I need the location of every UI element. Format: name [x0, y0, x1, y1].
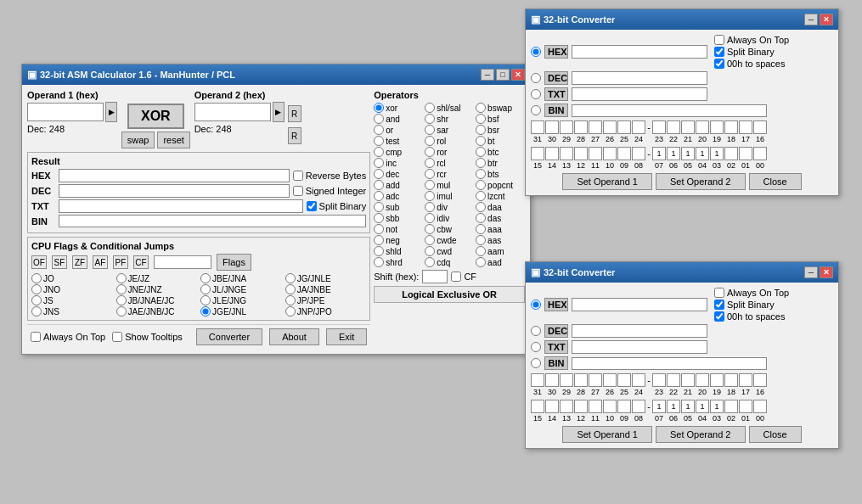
c2-bit-10[interactable] [603, 400, 617, 413]
conv1-dec-input[interactable]: 248 [572, 71, 707, 85]
op-bswap[interactable]: bswap [476, 103, 525, 113]
op-cbw[interactable]: cbw [425, 224, 474, 234]
always-on-top-label[interactable]: Always On Top [31, 332, 105, 342]
op-lzcnt[interactable]: lzcnt [476, 191, 525, 201]
conv1-bin-radio-label[interactable] [531, 105, 541, 115]
c2-bit-09[interactable] [617, 400, 631, 413]
jump-jpjpe[interactable]: JP/JPE [285, 295, 367, 305]
conv2-always-on-top-label[interactable]: Always On Top [714, 288, 789, 298]
c2-bit-01[interactable] [739, 400, 752, 413]
conv1-always-on-top-checkbox[interactable] [714, 35, 724, 45]
result-dec-input[interactable]: 0 [59, 184, 290, 198]
c2-bit-22[interactable] [667, 373, 680, 387]
bit-10[interactable] [603, 147, 617, 160]
bit-09[interactable] [617, 147, 631, 160]
op-xor[interactable]: xor [374, 103, 423, 113]
bit-24[interactable] [632, 120, 645, 134]
op-aad[interactable]: aad [476, 257, 525, 267]
jump-jlejng[interactable]: JLE/JNG [200, 295, 282, 305]
cf-checkbox-label[interactable]: CF [451, 272, 476, 282]
conv2-split-binary-checkbox[interactable] [714, 300, 724, 310]
bit-16[interactable] [753, 120, 767, 134]
jump-jo[interactable]: JO [31, 273, 113, 283]
jump-jljnge[interactable]: JL/JNGE [200, 284, 282, 294]
bit-21[interactable] [681, 120, 695, 134]
c2-bit-00[interactable] [753, 400, 767, 413]
op-inc[interactable]: inc [374, 158, 423, 168]
jump-js[interactable]: JS [31, 295, 113, 305]
jump-jaejnbjc[interactable]: JAE/JNB/JC [116, 306, 198, 316]
bit-27[interactable] [589, 120, 602, 134]
result-bin-input[interactable]: 00000000 00000000 00000000 00000000 [59, 215, 366, 227]
conv1-dec-radio[interactable] [531, 73, 541, 83]
c2-bit-08[interactable] [632, 400, 645, 413]
op-aaa[interactable]: aaa [476, 224, 525, 234]
reverse-bytes-checkbox[interactable] [293, 171, 303, 181]
conv1-split-binary-label[interactable]: Split Binary [714, 47, 789, 57]
conv1-txt-input[interactable]: ш [572, 87, 707, 101]
show-tooltips-checkbox[interactable] [112, 332, 122, 342]
operand2-arrow-btn[interactable]: ▶ [273, 102, 285, 122]
c2-bit-12[interactable] [574, 400, 588, 413]
jump-jnpjpo[interactable]: JNP/JPO [285, 306, 367, 316]
conv2-txt-input[interactable]: ш [572, 340, 707, 354]
shift-input[interactable]: 1 [422, 270, 448, 283]
op-aam[interactable]: aam [476, 246, 525, 256]
operand2-input[interactable]: F8 [194, 103, 271, 121]
split-binary-checkbox[interactable] [307, 201, 317, 211]
c2-bit-03[interactable]: 1 [710, 400, 724, 413]
c2-bit-30[interactable] [545, 373, 559, 387]
c2-bit-15[interactable] [531, 400, 544, 413]
op-cwde[interactable]: cwde [425, 235, 474, 245]
op-popcnt[interactable]: popcnt [476, 180, 525, 190]
op-cwd[interactable]: cwd [425, 246, 474, 256]
conv2-always-on-top-checkbox[interactable] [714, 288, 724, 298]
op-aas[interactable]: aas [476, 235, 525, 245]
always-on-top-checkbox[interactable] [31, 332, 41, 342]
bit-20[interactable] [696, 120, 709, 134]
op-sbb[interactable]: sbb [374, 213, 423, 223]
jump-jbjnaejc[interactable]: JB/JNAE/JC [116, 295, 198, 305]
op-shrd[interactable]: shrd [374, 257, 423, 267]
conv2-minimize-btn[interactable]: ─ [804, 266, 818, 278]
jump-jejz[interactable]: JE/JZ [116, 273, 198, 283]
operand1-r-btn[interactable]: R [288, 105, 301, 122]
conv2-txt-radio-label[interactable] [531, 342, 541, 352]
bit-17[interactable] [739, 120, 752, 134]
operand2-r-btn[interactable]: R [288, 127, 301, 144]
operand1-input[interactable]: F8 [27, 103, 104, 121]
op-shld[interactable]: shld [374, 246, 423, 256]
conv2-set-operand1-btn[interactable]: Set Operand 1 [562, 426, 652, 443]
signed-integer-checkbox[interactable] [293, 186, 303, 196]
conv1-ooh-to-spaces-label[interactable]: 00h to spaces [714, 59, 789, 69]
asm-maximize-btn[interactable]: □ [496, 69, 510, 81]
bit-00[interactable] [753, 147, 767, 160]
bit-22[interactable] [667, 120, 680, 134]
conv2-dec-input[interactable]: 248 [572, 324, 707, 338]
exit-btn[interactable]: Exit [326, 328, 367, 345]
c2-bit-05[interactable]: 1 [681, 400, 695, 413]
result-hex-input[interactable]: 00000000 [59, 169, 290, 182]
c2-bit-31[interactable] [531, 373, 544, 387]
conv2-hex-radio[interactable] [531, 300, 541, 310]
conv1-bin-radio[interactable] [531, 105, 541, 115]
op-cmp[interactable]: cmp [374, 147, 423, 157]
conv2-hex-input[interactable]: F8 [572, 298, 707, 311]
converter-btn[interactable]: Converter [196, 328, 262, 345]
bit-30[interactable] [545, 120, 559, 134]
c2-bit-06[interactable]: 1 [667, 400, 680, 413]
op-div[interactable]: div [425, 202, 474, 212]
asm-close-btn[interactable]: ✕ [511, 69, 525, 81]
op-shr[interactable]: shr [425, 114, 474, 124]
op-neg[interactable]: neg [374, 235, 423, 245]
op-sar[interactable]: sar [425, 125, 474, 135]
op-or[interactable]: or [374, 125, 423, 135]
bit-19[interactable] [710, 120, 724, 134]
c2-bit-26[interactable] [603, 373, 617, 387]
op-and[interactable]: and [374, 114, 423, 124]
op-bsf[interactable]: bsf [476, 114, 525, 124]
c2-bit-24[interactable] [632, 373, 645, 387]
c2-bit-19[interactable] [710, 373, 724, 387]
c2-bit-07[interactable]: 1 [652, 400, 666, 413]
op-rol[interactable]: rol [425, 136, 474, 146]
